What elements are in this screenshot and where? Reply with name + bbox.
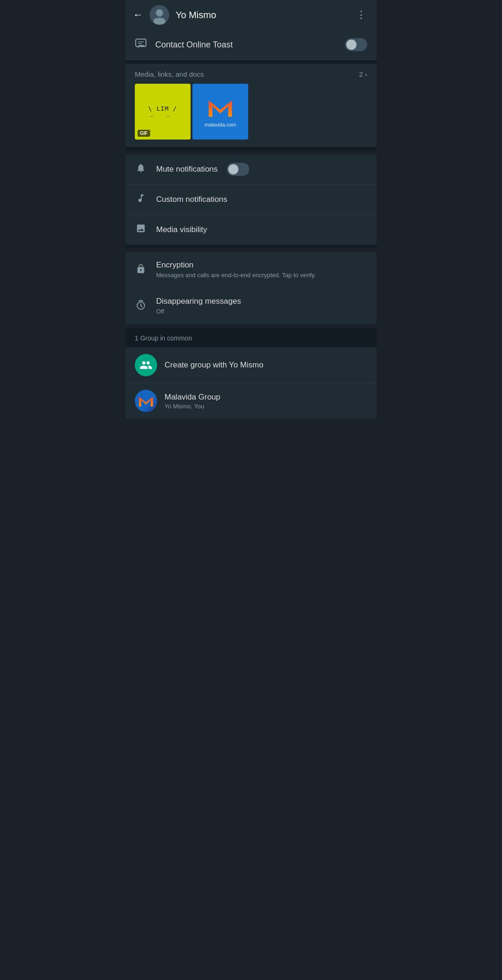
media-visibility-label: Media visibility bbox=[156, 225, 207, 234]
toggle-slider bbox=[345, 38, 367, 51]
create-group-avatar bbox=[135, 354, 157, 376]
disappearing-messages-label: Disappearing messages bbox=[156, 297, 367, 306]
media-section: Media, links, and docs 2 › \ LIM / — — G… bbox=[126, 64, 376, 147]
mute-notifications-toggle[interactable] bbox=[227, 163, 249, 176]
contact-online-toast-row[interactable]: Contact Online Toast bbox=[126, 30, 376, 60]
media-header: Media, links, and docs 2 › bbox=[135, 70, 367, 78]
groups-list: Create group with Yo Mismo Malavida Grou… bbox=[126, 347, 376, 419]
contact-online-toast-toggle[interactable] bbox=[345, 38, 367, 51]
custom-notifications-row[interactable]: Custom notifications bbox=[126, 185, 376, 215]
section-divider-2 bbox=[126, 147, 376, 151]
mute-notifications-row[interactable]: Mute notifications bbox=[126, 154, 376, 185]
encryption-content: Encryption Messages and calls are end-to… bbox=[156, 260, 367, 280]
create-group-label: Create group with Yo Mismo bbox=[165, 360, 264, 370]
lock-icon bbox=[135, 264, 147, 277]
bell-icon bbox=[135, 163, 147, 176]
timer-icon bbox=[135, 300, 147, 313]
message-icon bbox=[135, 37, 147, 52]
gif-badge: GIF bbox=[138, 130, 150, 137]
disappearing-messages-sublabel: Off bbox=[156, 307, 367, 316]
toggle-slider bbox=[227, 163, 249, 176]
settings-section: Mute notifications Custom notifications … bbox=[126, 154, 376, 245]
malavida-group-info: Malavida Group Yo Mismo, You bbox=[165, 393, 367, 410]
security-section: Encryption Messages and calls are end-to… bbox=[126, 252, 376, 324]
media-thumb-gif[interactable]: \ LIM / — — GIF bbox=[135, 84, 191, 140]
image-icon bbox=[135, 223, 147, 236]
media-visibility-row[interactable]: Media visibility bbox=[126, 215, 376, 245]
common-groups-title: 1 Group in common bbox=[135, 334, 367, 342]
media-count[interactable]: 2 › bbox=[359, 70, 367, 78]
more-options-button[interactable]: ⋮ bbox=[353, 7, 369, 23]
page-title: Yo Mismo bbox=[176, 10, 347, 20]
section-divider-1 bbox=[126, 60, 376, 64]
malavida-group-avatar bbox=[135, 390, 157, 412]
encryption-sublabel: Messages and calls are end-to-end encryp… bbox=[156, 271, 367, 280]
contact-online-toast-label: Contact Online Toast bbox=[155, 40, 337, 50]
back-button[interactable]: ← bbox=[133, 9, 143, 21]
music-note-icon bbox=[135, 193, 147, 206]
svg-marker-8 bbox=[209, 100, 232, 117]
header: ← Yo Mismo ⋮ bbox=[126, 0, 376, 30]
encryption-row[interactable]: Encryption Messages and calls are end-to… bbox=[126, 252, 376, 288]
malavida-group-row[interactable]: Malavida Group Yo Mismo, You bbox=[126, 383, 376, 419]
svg-marker-11 bbox=[139, 397, 153, 407]
create-group-row[interactable]: Create group with Yo Mismo bbox=[126, 347, 376, 383]
svg-rect-4 bbox=[153, 18, 165, 25]
malavida-group-sub: Yo Mismo, You bbox=[165, 403, 367, 410]
media-title: Media, links, and docs bbox=[135, 70, 204, 78]
section-divider-3 bbox=[126, 245, 376, 248]
svg-point-3 bbox=[156, 9, 163, 16]
disappearing-messages-content: Disappearing messages Off bbox=[156, 297, 367, 316]
media-grid: \ LIM / — — GIF bbox=[135, 84, 367, 140]
disappearing-messages-row[interactable]: Disappearing messages Off bbox=[126, 288, 376, 324]
common-groups-section: 1 Group in common bbox=[126, 328, 376, 347]
encryption-label: Encryption bbox=[156, 260, 367, 270]
malavida-group-name: Malavida Group bbox=[165, 393, 367, 402]
mute-notifications-label: Mute notifications bbox=[156, 165, 218, 174]
media-thumb-malavida[interactable]: malavida.com bbox=[192, 84, 248, 140]
custom-notifications-label: Custom notifications bbox=[156, 195, 227, 204]
avatar bbox=[150, 5, 169, 25]
malavida-text: malavida.com bbox=[205, 122, 236, 127]
